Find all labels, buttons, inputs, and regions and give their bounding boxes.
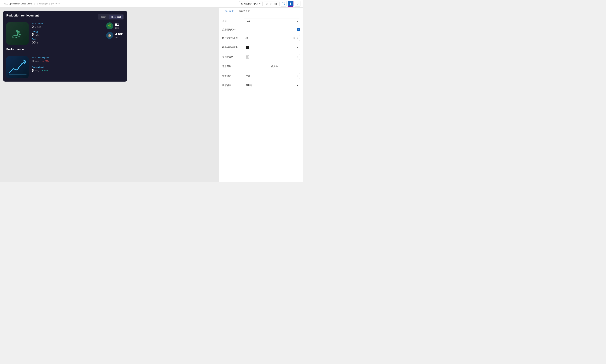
cost-label: Cost bbox=[32, 38, 103, 40]
bg-image-label: 背景图片 bbox=[222, 65, 241, 68]
chart-icon-button[interactable]: 📉 bbox=[281, 1, 287, 7]
upload-label: 上传文件 bbox=[269, 65, 278, 68]
expand-icon: ⤢ bbox=[297, 2, 299, 5]
responsive-label: 响应模式：网页 bbox=[244, 2, 258, 5]
cooling-load-unit: RTh bbox=[35, 70, 39, 72]
autosave-info: ⏱ 最近自动保存草稿 05:58 bbox=[37, 2, 60, 5]
cooling-load-value-row: 5 RTh bbox=[32, 68, 39, 73]
refresh-rate-select[interactable]: 不刷新 ▾ bbox=[244, 83, 300, 88]
header-height-value: 48 bbox=[245, 37, 291, 39]
right-sidebar: 页面设置 编辑态设置 主题 dark ▾ 启用圆角组件 ✓ bbox=[219, 8, 303, 182]
bg-fill-select[interactable]: 平铺 ▾ bbox=[244, 73, 300, 79]
theme-select[interactable]: dark ▾ bbox=[244, 19, 300, 24]
total-consumption-unit: MWh bbox=[35, 60, 40, 63]
cooling-load-row: 5 RTh ▼ 23% bbox=[32, 68, 124, 73]
rounded-corner-control: ✓ bbox=[244, 28, 300, 31]
today-toggle-button[interactable]: Today bbox=[98, 15, 109, 19]
total-consumption-value: 0 bbox=[32, 59, 34, 63]
header-color-control: ▾ bbox=[244, 45, 300, 50]
trees-values: 53 trees bbox=[115, 23, 119, 29]
bg-fill-setting-row: 背景填充 平铺 ▾ bbox=[222, 73, 300, 79]
main-layout: Reduction Achievement Today Historical bbox=[0, 8, 303, 182]
stepper-up-button[interactable]: ▲ bbox=[296, 36, 298, 38]
total-consumption-metric: Total Consumption 0 MWh ▲ 23% bbox=[32, 56, 124, 63]
performance-title: Performance bbox=[6, 48, 24, 51]
chart-icon: 📉 bbox=[282, 2, 285, 5]
pdf-view-button[interactable]: ⊞ PDF 视图 bbox=[264, 1, 279, 6]
historical-toggle-button[interactable]: Historical bbox=[109, 15, 123, 19]
metrics-grid: Total Carbon 0 kgCO2 Energy 5 kWh bbox=[32, 22, 103, 44]
perf-metrics: Total Consumption 0 MWh ▲ 23% Cooling Lo… bbox=[32, 56, 124, 73]
clock-icon: ⏱ bbox=[37, 3, 39, 5]
energy-value-row: 5 kWh bbox=[32, 33, 103, 37]
responsive-mode-button[interactable]: ⊡ 响应模式：网页 ▾ bbox=[239, 1, 263, 6]
trees-metrics: 🌿 53 trees 🏠 4.681 flats bbox=[106, 22, 124, 39]
perf-section-header: Performance bbox=[6, 48, 124, 54]
app-title: HVAC Optimization Certis Demo bbox=[2, 2, 32, 5]
page-bg-select[interactable]: ▾ bbox=[244, 54, 300, 60]
flats-values: 4.681 flats bbox=[115, 32, 124, 39]
stepper-buttons: ▲ ▼ bbox=[296, 36, 298, 40]
theme-value: dark bbox=[246, 20, 250, 23]
total-consumption-label: Total Consumption bbox=[32, 56, 49, 59]
header-color-select[interactable]: ▾ bbox=[244, 45, 300, 50]
upload-file-button[interactable]: ⬆ 上传文件 bbox=[244, 64, 300, 69]
topbar-left: HVAC Optimization Certis Demo | ⏱ 最近自动保存… bbox=[2, 2, 60, 5]
bg-fill-control: 平铺 ▾ bbox=[244, 73, 300, 79]
total-carbon-value: 0 bbox=[32, 25, 34, 29]
total-consumption-value-row: 0 MWh bbox=[32, 59, 40, 63]
topbar-right: ⊡ 响应模式：网页 ▾ ⊞ PDF 视图 📉 B ⤢ bbox=[239, 1, 301, 7]
bg-fill-label: 背景填充 bbox=[222, 75, 241, 78]
autosave-text: 最近自动保存草稿 05:58 bbox=[39, 2, 60, 5]
color-swatch-empty bbox=[246, 55, 249, 59]
topbar: HVAC Optimization Certis Demo | ⏱ 最近自动保存… bbox=[0, 0, 303, 8]
cooling-load-badge: ▼ 23% bbox=[41, 69, 48, 72]
pdf-label: PDF 视图 bbox=[269, 2, 277, 5]
header-height-setting-row: 组件标题栏高度 48 px ▲ ▼ bbox=[222, 35, 300, 41]
header-height-input[interactable]: 48 px ▲ ▼ bbox=[244, 35, 300, 41]
cost-value-row: 53 s bbox=[32, 40, 103, 44]
theme-setting-row: 主题 dark ▾ bbox=[222, 19, 300, 24]
tab-editor-settings[interactable]: 编辑态设置 bbox=[236, 8, 252, 15]
eco-icon-box bbox=[6, 22, 28, 45]
trees-value: 53 bbox=[115, 23, 119, 27]
chevron-down-icon: ▾ bbox=[259, 2, 261, 5]
sidebar-content: 主题 dark ▾ 启用圆角组件 ✓ 组件标题栏高度 bbox=[219, 15, 303, 182]
toggle-group: Today Historical bbox=[98, 14, 124, 20]
page-bg-control: ▾ bbox=[244, 54, 300, 60]
refresh-rate-control: 不刷新 ▾ bbox=[244, 83, 300, 88]
header-color-setting-row: 组件标题栏颜色 ▾ bbox=[222, 45, 300, 50]
cost-metric: Cost 53 s bbox=[32, 38, 103, 44]
trees-item: 🌿 53 trees bbox=[106, 22, 124, 29]
bg-image-setting-row: 背景图片 ⬆ 上传文件 bbox=[222, 64, 300, 69]
refresh-rate-setting-row: 刷新频率 不刷新 ▾ bbox=[222, 83, 300, 88]
eco-svg-icon bbox=[11, 27, 24, 40]
cooling-load-metric: Cooling Load 5 RTh ▼ 23% bbox=[32, 66, 124, 73]
perf-svg-icon bbox=[6, 56, 28, 78]
rounded-corner-setting-row: 启用圆角组件 ✓ bbox=[222, 28, 300, 31]
page-bg-setting-row: 页面背景色 ▾ bbox=[222, 54, 300, 60]
energy-label: Energy bbox=[32, 30, 103, 33]
header-color-label: 组件标题栏颜色 bbox=[222, 46, 241, 49]
performance-content: Total Consumption 0 MWh ▲ 23% Cooling Lo… bbox=[6, 56, 124, 78]
tab-page-settings[interactable]: 页面设置 bbox=[222, 8, 236, 15]
total-carbon-label: Total Carbon bbox=[32, 22, 103, 25]
page-bg-label: 页面背景色 bbox=[222, 55, 241, 58]
trees-icon: 🌿 bbox=[106, 22, 113, 29]
total-consumption-badge: ▲ 23% bbox=[42, 60, 49, 62]
trees-unit: trees bbox=[115, 27, 119, 29]
header-height-unit: px bbox=[292, 37, 295, 39]
stepper-down-button[interactable]: ▼ bbox=[296, 38, 298, 40]
chevron-down-icon: ▾ bbox=[297, 56, 298, 58]
canvas-area: Reduction Achievement Today Historical bbox=[0, 8, 219, 182]
share-button[interactable]: B bbox=[288, 1, 293, 7]
chevron-down-icon: ▾ bbox=[297, 46, 298, 49]
rounded-corner-checkbox[interactable]: ✓ bbox=[297, 28, 300, 31]
expand-icon-button[interactable]: ⤢ bbox=[295, 1, 301, 7]
topbar-divider: | bbox=[34, 2, 35, 5]
flats-unit: flats bbox=[115, 36, 124, 39]
chevron-down-icon: ▾ bbox=[297, 20, 298, 23]
cooling-load-value: 5 bbox=[32, 68, 34, 73]
rounded-corner-label: 启用圆角组件 bbox=[222, 28, 241, 31]
dashboard-widget: Reduction Achievement Today Historical bbox=[3, 11, 127, 82]
